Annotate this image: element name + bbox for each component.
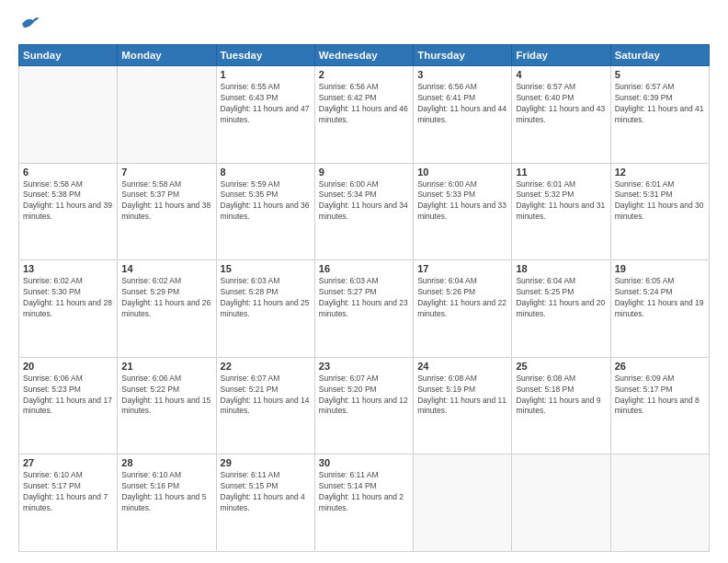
bird-icon [20, 15, 40, 31]
day-number: 19 [615, 263, 705, 274]
day-number: 29 [221, 457, 311, 468]
day-number: 15 [221, 263, 311, 274]
day-number: 23 [319, 361, 409, 372]
day-info: Sunrise: 5:58 AM Sunset: 5:38 PM Dayligh… [23, 179, 113, 224]
weekday-sunday: Sunday [19, 45, 118, 66]
day-info: Sunrise: 6:02 AM Sunset: 5:29 PM Dayligh… [121, 276, 211, 320]
day-number: 13 [23, 263, 113, 274]
day-number: 27 [23, 457, 113, 468]
day-info: Sunrise: 6:03 AM Sunset: 5:28 PM Dayligh… [221, 276, 311, 320]
calendar-cell [118, 66, 216, 164]
day-number: 30 [319, 457, 409, 468]
weekday-wednesday: Wednesday [314, 45, 413, 66]
weekday-tuesday: Tuesday [216, 45, 314, 66]
day-info: Sunrise: 6:05 AM Sunset: 5:24 PM Dayligh… [615, 276, 705, 320]
day-number: 20 [23, 361, 113, 372]
calendar-cell: 22Sunrise: 6:07 AM Sunset: 5:21 PM Dayli… [216, 357, 314, 454]
calendar-table: SundayMondayTuesdayWednesdayThursdayFrid… [18, 44, 710, 552]
calendar-week-0: 1Sunrise: 6:55 AM Sunset: 6:43 PM Daylig… [19, 66, 710, 164]
calendar-week-2: 13Sunrise: 6:02 AM Sunset: 5:30 PM Dayli… [19, 260, 710, 358]
calendar-cell: 13Sunrise: 6:02 AM Sunset: 5:30 PM Dayli… [19, 260, 118, 358]
day-info: Sunrise: 6:55 AM Sunset: 6:43 PM Dayligh… [221, 82, 311, 126]
day-number: 18 [516, 263, 606, 274]
calendar-cell: 2Sunrise: 6:56 AM Sunset: 6:42 PM Daylig… [314, 66, 413, 164]
day-info: Sunrise: 6:02 AM Sunset: 5:30 PM Dayligh… [23, 276, 113, 320]
calendar-cell: 14Sunrise: 6:02 AM Sunset: 5:29 PM Dayli… [118, 260, 216, 358]
day-info: Sunrise: 6:01 AM Sunset: 5:31 PM Dayligh… [615, 179, 705, 224]
calendar-cell: 19Sunrise: 6:05 AM Sunset: 5:24 PM Dayli… [610, 260, 709, 358]
day-number: 2 [319, 69, 409, 80]
calendar-cell: 29Sunrise: 6:11 AM Sunset: 5:15 PM Dayli… [216, 454, 314, 552]
day-info: Sunrise: 6:10 AM Sunset: 5:17 PM Dayligh… [23, 470, 113, 514]
day-info: Sunrise: 6:04 AM Sunset: 5:25 PM Dayligh… [516, 276, 606, 320]
calendar-cell [19, 66, 118, 164]
day-info: Sunrise: 6:06 AM Sunset: 5:22 PM Dayligh… [121, 373, 211, 418]
day-number: 26 [615, 361, 705, 372]
header [18, 15, 710, 35]
calendar-cell: 20Sunrise: 6:06 AM Sunset: 5:23 PM Dayli… [19, 357, 118, 454]
calendar-cell: 30Sunrise: 6:11 AM Sunset: 5:14 PM Dayli… [314, 454, 413, 552]
calendar-cell: 8Sunrise: 5:59 AM Sunset: 5:35 PM Daylig… [216, 163, 314, 260]
weekday-monday: Monday [118, 45, 216, 66]
calendar-page: SundayMondayTuesdayWednesdayThursdayFrid… [0, 0, 728, 563]
weekday-saturday: Saturday [610, 45, 709, 66]
day-info: Sunrise: 6:00 AM Sunset: 5:34 PM Dayligh… [319, 179, 409, 224]
weekday-header-row: SundayMondayTuesdayWednesdayThursdayFrid… [19, 45, 710, 66]
calendar-cell: 16Sunrise: 6:03 AM Sunset: 5:27 PM Dayli… [314, 260, 413, 358]
day-number: 14 [121, 263, 211, 274]
calendar-cell: 9Sunrise: 6:00 AM Sunset: 5:34 PM Daylig… [314, 163, 413, 260]
day-info: Sunrise: 6:56 AM Sunset: 6:41 PM Dayligh… [417, 82, 507, 126]
day-number: 7 [121, 167, 211, 178]
calendar-cell: 11Sunrise: 6:01 AM Sunset: 5:32 PM Dayli… [512, 163, 610, 260]
calendar-cell: 25Sunrise: 6:08 AM Sunset: 5:18 PM Dayli… [512, 357, 610, 454]
day-number: 1 [221, 69, 311, 80]
calendar-cell [414, 454, 512, 552]
day-info: Sunrise: 6:03 AM Sunset: 5:27 PM Dayligh… [319, 276, 409, 320]
calendar-cell: 12Sunrise: 6:01 AM Sunset: 5:31 PM Dayli… [610, 163, 709, 260]
day-number: 10 [417, 167, 507, 178]
day-number: 17 [417, 263, 507, 274]
calendar-cell: 23Sunrise: 6:07 AM Sunset: 5:20 PM Dayli… [314, 357, 413, 454]
day-number: 11 [516, 167, 606, 178]
calendar-cell: 28Sunrise: 6:10 AM Sunset: 5:16 PM Dayli… [118, 454, 216, 552]
calendar-cell: 15Sunrise: 6:03 AM Sunset: 5:28 PM Dayli… [216, 260, 314, 358]
day-info: Sunrise: 6:07 AM Sunset: 5:21 PM Dayligh… [221, 373, 311, 418]
day-number: 4 [516, 69, 606, 80]
calendar-cell: 6Sunrise: 5:58 AM Sunset: 5:38 PM Daylig… [19, 163, 118, 260]
calendar-cell: 7Sunrise: 5:58 AM Sunset: 5:37 PM Daylig… [118, 163, 216, 260]
day-info: Sunrise: 6:57 AM Sunset: 6:40 PM Dayligh… [516, 82, 606, 126]
calendar-cell: 1Sunrise: 6:55 AM Sunset: 6:43 PM Daylig… [216, 66, 314, 164]
day-number: 3 [417, 69, 507, 80]
day-info: Sunrise: 5:58 AM Sunset: 5:37 PM Dayligh… [121, 179, 211, 224]
day-info: Sunrise: 6:07 AM Sunset: 5:20 PM Dayligh… [319, 373, 409, 418]
day-number: 21 [121, 361, 211, 372]
calendar-cell: 18Sunrise: 6:04 AM Sunset: 5:25 PM Dayli… [512, 260, 610, 358]
calendar-week-3: 20Sunrise: 6:06 AM Sunset: 5:23 PM Dayli… [19, 357, 710, 454]
calendar-cell [512, 454, 610, 552]
logo [18, 15, 40, 35]
day-number: 6 [23, 167, 113, 178]
day-number: 12 [615, 167, 705, 178]
calendar-cell: 21Sunrise: 6:06 AM Sunset: 5:22 PM Dayli… [118, 357, 216, 454]
day-number: 9 [319, 167, 409, 178]
day-number: 16 [319, 263, 409, 274]
day-info: Sunrise: 6:57 AM Sunset: 6:39 PM Dayligh… [615, 82, 705, 126]
calendar-cell: 3Sunrise: 6:56 AM Sunset: 6:41 PM Daylig… [414, 66, 512, 164]
calendar-cell: 10Sunrise: 6:00 AM Sunset: 5:33 PM Dayli… [414, 163, 512, 260]
day-info: Sunrise: 6:06 AM Sunset: 5:23 PM Dayligh… [23, 373, 113, 418]
weekday-friday: Friday [512, 45, 610, 66]
day-info: Sunrise: 6:10 AM Sunset: 5:16 PM Dayligh… [121, 470, 211, 514]
day-number: 22 [221, 361, 311, 372]
day-number: 8 [221, 167, 311, 178]
day-number: 5 [615, 69, 705, 80]
day-number: 25 [516, 361, 606, 372]
calendar-cell: 5Sunrise: 6:57 AM Sunset: 6:39 PM Daylig… [610, 66, 709, 164]
calendar-week-4: 27Sunrise: 6:10 AM Sunset: 5:17 PM Dayli… [19, 454, 710, 552]
calendar-cell: 4Sunrise: 6:57 AM Sunset: 6:40 PM Daylig… [512, 66, 610, 164]
day-info: Sunrise: 6:04 AM Sunset: 5:26 PM Dayligh… [417, 276, 507, 320]
day-info: Sunrise: 6:11 AM Sunset: 5:14 PM Dayligh… [319, 470, 409, 514]
day-info: Sunrise: 6:08 AM Sunset: 5:18 PM Dayligh… [516, 373, 606, 418]
calendar-cell: 26Sunrise: 6:09 AM Sunset: 5:17 PM Dayli… [610, 357, 709, 454]
day-info: Sunrise: 6:08 AM Sunset: 5:19 PM Dayligh… [417, 373, 507, 418]
calendar-week-1: 6Sunrise: 5:58 AM Sunset: 5:38 PM Daylig… [19, 163, 710, 260]
